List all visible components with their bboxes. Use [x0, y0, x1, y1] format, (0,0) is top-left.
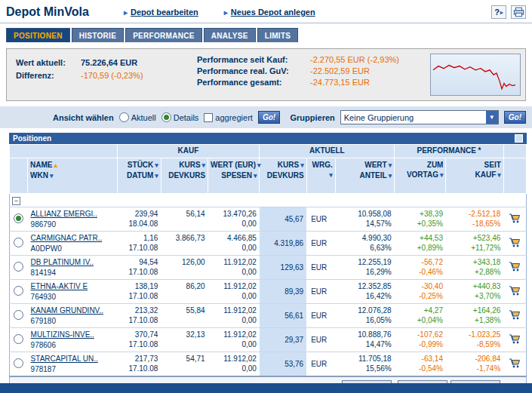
group-kauf-header: KAUF [117, 145, 260, 158]
aktuell-wert-value: 12.076,28 [338, 305, 391, 315]
performance-sparkline [430, 54, 521, 96]
col-stueck-datum-header[interactable]: STÜCK▾ DATUM▾ [117, 158, 161, 194]
seit-kauf-value: -1.023,25 [449, 330, 500, 339]
col-wrg-header[interactable]: WRG. ▾ [306, 158, 335, 194]
position-name-link[interactable]: KANAM GRUNDINV.. [31, 306, 103, 315]
sort-desc-icon[interactable]: ▾ [257, 161, 261, 169]
kauf-wert-value: 11.912,02 [211, 305, 257, 315]
position-name-link[interactable]: DB PLATINUM IV.. [31, 258, 94, 266]
sort-desc-icon[interactable]: ▾ [50, 172, 54, 180]
sort-desc-icon[interactable]: ▾ [155, 172, 158, 180]
order-cart-icon[interactable] [509, 262, 521, 274]
order-cart-icon[interactable] [509, 286, 521, 298]
neues-depot-link[interactable]: Neues Depot anlegen [231, 8, 315, 17]
sort-desc-icon[interactable]: ▾ [389, 172, 392, 180]
tab[interactable]: PERFORMANCE [125, 28, 202, 42]
col-kauf-wert-header[interactable]: WERT (EUR)▾ SPESEN▾ [208, 158, 260, 194]
position-name-link[interactable]: ETHNA-AKTIV E [31, 282, 88, 290]
waehrung-value: EUR [306, 328, 335, 352]
radio-aktuell[interactable]: Aktuell [119, 112, 156, 122]
bottom-bar [0, 383, 532, 393]
tab[interactable]: HISTORIE [72, 28, 124, 42]
depot-bearbeiten-link[interactable]: Depot bearbeiten [131, 8, 198, 17]
seit-kauf-value: +440,83 [449, 281, 500, 291]
positions-panel: Positionen KAUF AKTUELL PERFORMANCE * NA… [9, 133, 527, 393]
position-name-link[interactable]: CARMIGNAC PATR.. [31, 234, 103, 242]
depot-value-summary: Wert aktuell: 75.226,64 EUR Differenz: -… [16, 54, 191, 96]
select-position-radio[interactable] [14, 213, 23, 223]
position-name-link[interactable]: STARCAPITAL UN.. [31, 355, 98, 363]
position-wkn: 978606 [31, 340, 115, 350]
position-row: KANAM GRUNDINV.. 679180 213,32 17.10.08 … [10, 304, 527, 328]
vortag-prozent-value: +0,89% [398, 243, 443, 253]
spesen-value: 0,00 [211, 267, 257, 277]
help-icon[interactable]: ?▸ [491, 5, 506, 19]
select-position-radio[interactable] [14, 238, 23, 247]
aggregiert-checkbox[interactable]: aggregiert [204, 113, 253, 122]
waehrung-value: EUR [306, 304, 335, 328]
col-aktuell-kurs-header[interactable]: KURS▾ DEVKURS [260, 158, 306, 194]
order-cart-icon[interactable] [509, 213, 521, 226]
sort-asc-icon[interactable]: ▴ [54, 161, 58, 169]
col-seit-kauf-header[interactable]: SEIT KAUF▾ [446, 158, 503, 194]
sort-desc-icon[interactable]: ▾ [202, 161, 206, 169]
position-name-link[interactable]: MULTIZINS-INVE.. [31, 330, 94, 339]
collapse-group-button[interactable]: − [12, 197, 20, 205]
kauf-kurs-value: 55,84 [164, 305, 204, 315]
order-cart-icon[interactable] [509, 334, 521, 346]
position-row: MULTIZINS-INVE.. 978606 370,74 17.10.08 … [10, 328, 527, 352]
select-position-radio[interactable] [14, 286, 23, 296]
spesen-value: 0,00 [211, 243, 257, 253]
collapse-panel-icon[interactable] [515, 134, 523, 143]
select-position-radio[interactable] [14, 262, 23, 272]
select-position-radio[interactable] [14, 334, 23, 344]
spesen-value: 0,00 [211, 291, 257, 301]
order-cart-icon[interactable] [509, 310, 521, 322]
select-position-radio[interactable] [14, 358, 23, 368]
sort-desc-icon[interactable]: ▾ [497, 171, 501, 179]
gruppierung-select[interactable]: Keine Gruppierung ▼ [340, 110, 499, 124]
datum-value: 17.10.08 [120, 291, 158, 301]
sort-desc-icon[interactable]: ▾ [300, 161, 304, 169]
kauf-wert-value: 11.912,02 [211, 354, 257, 364]
vortag-value: -63,14 [398, 354, 443, 364]
sort-desc-icon[interactable]: ▾ [389, 161, 392, 169]
tab[interactable]: ANALYSE [204, 28, 256, 42]
gruppieren-go-button[interactable]: Go! [504, 111, 526, 124]
waehrung-value: EUR [306, 256, 335, 280]
col-aktuell-wert-header[interactable]: WERT▾ ANTEIL▾ [335, 158, 394, 194]
radio-details[interactable]: Details [161, 112, 199, 122]
print-icon[interactable] [511, 5, 526, 19]
sort-desc-icon[interactable]: ▾ [329, 171, 333, 179]
anteil-value: 6,63% [338, 243, 391, 253]
seit-kauf-value: +343,18 [449, 257, 500, 267]
header-tools: ?▸ [491, 5, 526, 19]
vortag-prozent-value: -0,54% [398, 364, 443, 373]
performance-gesamt-value: -24.773,15 EUR [310, 78, 370, 87]
stueck-value: 217,73 [120, 354, 158, 364]
order-cart-icon[interactable] [509, 358, 521, 370]
sort-desc-icon[interactable]: ▾ [440, 171, 444, 179]
view-controls: Ansicht wählen Aktuell Details aggregier… [0, 106, 532, 128]
col-kauf-kurs-header[interactable]: KURS▾ DEVKURS [161, 158, 208, 194]
position-wkn: 679180 [31, 316, 115, 326]
radio-aktuell-label: Aktuell [131, 113, 156, 122]
vortag-prozent-value: -0,46% [398, 267, 443, 277]
kauf-wert-value: 4.466,85 [211, 233, 257, 243]
position-row: CARMIGNAC PATR.. A0DPW0 1,16 17.10.08 3.… [10, 232, 527, 256]
aktuell-kurs-value: 29,37 [263, 335, 303, 345]
select-position-radio[interactable] [14, 310, 23, 320]
col-zum-vortag-header[interactable]: ZUM VORTAG▾ [395, 158, 446, 194]
aktuell-wert-value: 12.255,19 [338, 257, 391, 267]
order-cart-icon[interactable] [509, 238, 521, 250]
ansicht-go-button[interactable]: Go! [258, 111, 280, 124]
tab[interactable]: POSITIONEN [6, 28, 70, 42]
tab[interactable]: LIMITS [257, 28, 299, 42]
position-name-link[interactable]: ALLIANZ EMERGI.. [31, 210, 97, 218]
radio-icon [119, 112, 129, 122]
kauf-kurs-value: 56,14 [164, 209, 204, 219]
col-name-header[interactable]: NAME▴ WKN▾ [28, 158, 118, 194]
waehrung-value: EUR [306, 232, 335, 256]
sort-desc-icon[interactable]: ▾ [254, 172, 257, 180]
sort-desc-icon[interactable]: ▾ [155, 161, 158, 169]
